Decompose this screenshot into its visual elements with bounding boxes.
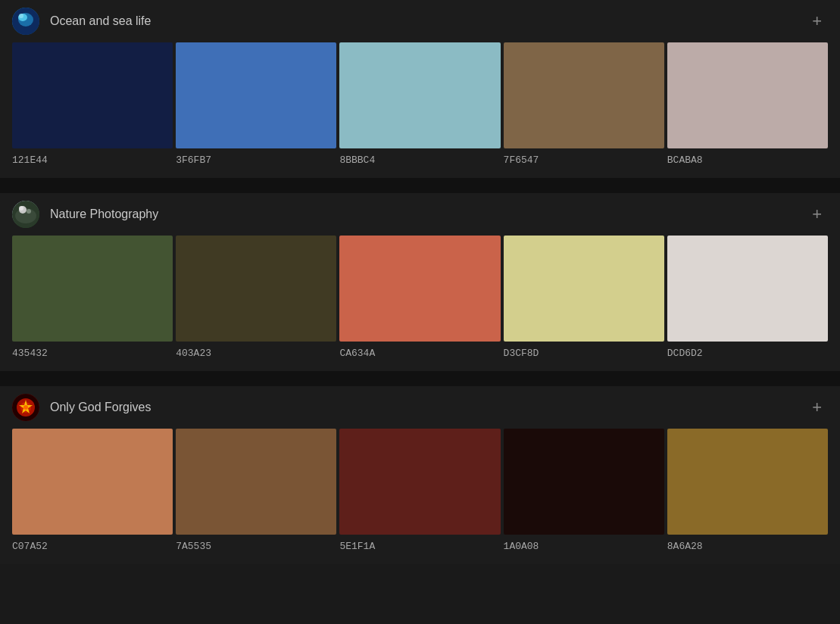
page-container: Ocean and sea life + 121E44 3F6FB7 8BBBC… — [0, 0, 840, 564]
swatch-color[interactable] — [667, 42, 828, 148]
swatch-color[interactable] — [12, 429, 173, 535]
swatch-item: 121E44 — [12, 42, 173, 166]
ocean-palette-title: Ocean and sea life — [50, 14, 806, 28]
swatch-color[interactable] — [504, 236, 664, 342]
swatch-label: 3F6FB7 — [176, 154, 336, 166]
swatch-label: 5E1F1A — [339, 541, 500, 552]
swatch-item: 7A5535 — [176, 429, 336, 552]
ocean-palette-icon — [12, 8, 39, 35]
swatch-label: D3CF8D — [504, 348, 664, 359]
swatch-label: C07A52 — [12, 541, 173, 552]
swatch-color[interactable] — [339, 429, 500, 535]
swatch-item: DCD6D2 — [667, 236, 828, 359]
swatch-label: 8BBBC4 — [339, 154, 500, 166]
swatch-label: 435432 — [12, 348, 173, 359]
svg-point-8 — [27, 209, 31, 214]
section-gap — [0, 184, 840, 193]
swatch-item: D3CF8D — [504, 236, 664, 359]
swatch-label: 121E44 — [12, 154, 173, 166]
god-palette-icon — [12, 394, 39, 421]
palette-header-ocean: Ocean and sea life + — [0, 0, 840, 42]
nature-palette-title: Nature Photography — [50, 207, 806, 221]
swatch-label: 1A0A08 — [504, 541, 664, 552]
swatch-label: 403A23 — [176, 348, 336, 359]
swatch-color[interactable] — [12, 236, 173, 342]
swatch-item: CA634A — [339, 236, 500, 359]
god-palette-title: Only God Forgives — [50, 401, 806, 414]
ocean-swatches: 121E44 3F6FB7 8BBBC4 7F6547 BCABA8 — [0, 42, 840, 178]
swatch-item: 7F6547 — [504, 42, 664, 166]
nature-swatches: 435432 403A23 CA634A D3CF8D DCD6D2 — [0, 236, 840, 371]
palette-section-god: Only God Forgives + C07A52 7A5535 5E1F1A… — [0, 386, 840, 564]
swatch-item: C07A52 — [12, 429, 173, 552]
swatch-label: 7F6547 — [504, 154, 664, 166]
ocean-add-button[interactable]: + — [806, 10, 828, 33]
palette-section-nature: Nature Photography + 435432 403A23 CA634… — [0, 193, 840, 371]
swatch-item: 1A0A08 — [504, 429, 664, 552]
swatch-label: CA634A — [339, 348, 500, 359]
swatch-color[interactable] — [339, 42, 500, 148]
palette-section-ocean: Ocean and sea life + 121E44 3F6FB7 8BBBC… — [0, 0, 840, 178]
god-swatches: C07A52 7A5535 5E1F1A 1A0A08 8A6A28 — [0, 429, 840, 564]
swatch-item: 5E1F1A — [339, 429, 500, 552]
section-gap-2 — [0, 377, 840, 386]
god-add-button[interactable]: + — [806, 396, 828, 419]
swatch-color[interactable] — [667, 429, 828, 535]
swatch-label: 8A6A28 — [667, 541, 828, 552]
swatch-label: DCD6D2 — [667, 348, 828, 359]
swatch-color[interactable] — [176, 42, 336, 148]
swatch-color[interactable] — [667, 236, 828, 342]
swatch-item: 8BBBC4 — [339, 42, 500, 166]
swatch-color[interactable] — [504, 42, 664, 148]
swatch-item: 435432 — [12, 236, 173, 359]
swatch-item: 403A23 — [176, 236, 336, 359]
swatch-item: BCABA8 — [667, 42, 828, 166]
swatch-color[interactable] — [176, 429, 336, 535]
palette-header-nature: Nature Photography + — [0, 193, 840, 236]
swatch-color[interactable] — [12, 42, 173, 148]
svg-point-13 — [23, 405, 28, 410]
swatch-color[interactable] — [176, 236, 336, 342]
swatch-label: BCABA8 — [667, 154, 828, 166]
swatch-label: 7A5535 — [176, 541, 336, 552]
swatch-color[interactable] — [339, 236, 500, 342]
nature-palette-icon — [12, 201, 39, 228]
swatch-item: 8A6A28 — [667, 429, 828, 552]
svg-point-7 — [19, 206, 23, 211]
swatch-item: 3F6FB7 — [176, 42, 336, 166]
palette-header-god: Only God Forgives + — [0, 386, 840, 429]
svg-point-3 — [19, 14, 23, 18]
nature-add-button[interactable]: + — [806, 203, 828, 226]
swatch-color[interactable] — [504, 429, 664, 535]
